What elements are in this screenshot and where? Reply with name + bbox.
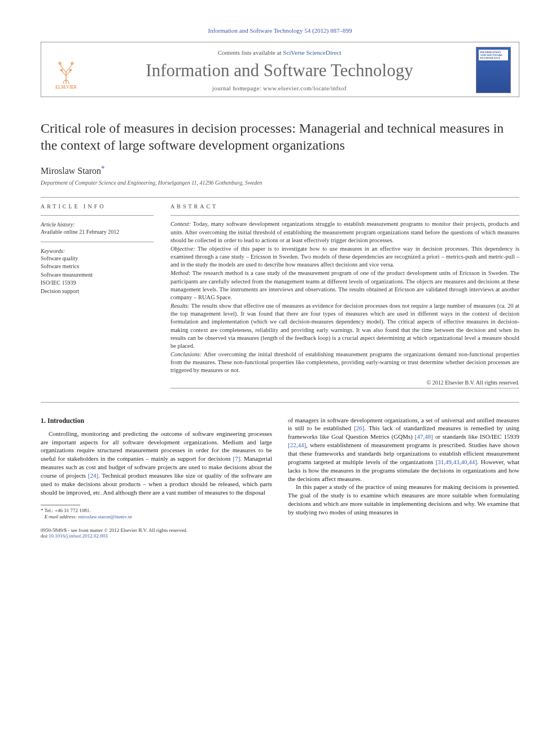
page: Information and Software Technology 54 (… [0,0,560,561]
author-line: Miroslaw Staron* [41,164,519,176]
reference-link[interactable]: [26] [354,425,364,431]
abstract-text: After overcoming the initial threshold o… [170,351,519,373]
keyword-item: Software quality [41,255,154,263]
doi-label: doi: [41,533,49,539]
body-text-span: or standards like ISO/IEC 15939 [433,433,519,440]
reference-link[interactable]: [47,48] [415,433,433,440]
article-title: Critical role of measures in decision pr… [41,120,519,154]
article-info-column: ARTICLE INFO Article history: Available … [41,203,154,388]
doi-line: doi:10.1016/j.infsof.2012.02.003 [41,533,519,539]
abstract-lead: Context: [170,221,191,227]
section-heading: 1. Introduction [41,416,272,425]
doi-link[interactable]: 10.1016/j.infsof.2012.02.003 [49,533,108,539]
email-footnote: E-mail address: miroslaw.staron@ituniv.s… [41,514,272,521]
abstract-copyright: © 2012 Elsevier B.V. All rights reserved… [170,379,519,386]
publisher-name: ELSEVIER [55,85,77,90]
author-name: Miroslaw Staron [41,166,101,176]
article-info-heading: ARTICLE INFO [41,203,154,209]
abstract-lead: Objective: [170,246,195,252]
body-para: Controlling, monitoring and predicting t… [41,430,272,497]
footnote-rule [41,505,80,505]
issn-line: 0950-5849/$ - see front matter © 2012 El… [41,527,519,533]
elsevier-logo: ELSEVIER [49,50,83,90]
homepage-line: journal homepage: www.elsevier.com/locat… [83,85,476,91]
contents-line: Contents lists available at SciVerse Sci… [83,49,476,56]
keyword-item: Decision support [41,287,154,295]
homepage-prefix: journal homepage: [212,85,263,91]
abstract-lead: Method: [170,270,191,276]
sciencedirect-link[interactable]: SciVerse ScienceDirect [283,49,341,56]
keyword-item: Software measurement [41,271,154,279]
email-link[interactable]: miroslaw.staron@ituniv.se [78,514,132,519]
abstract-text: Today, many software development organiz… [170,221,519,243]
abstract-para: Results: The results show that effective… [170,302,519,350]
keywords-title: Keywords: [41,248,154,254]
email-label: E-mail address: [45,514,78,519]
corresponding-mark-link[interactable]: * [101,164,105,172]
abstract-para: Objective: The objective of this paper i… [170,245,519,269]
reference-link[interactable]: [22,44] [288,442,306,448]
divider [41,197,519,198]
journal-cover-thumbnail: INFORMATION AND SOFTWARE TECHNOLOGY [476,47,511,93]
abstract-lead: Conclusions: [170,351,202,357]
keyword-item: Software metrics [41,263,154,270]
keyword-item: ISO/IEC 15939 [41,279,154,287]
history-title: Article history: [41,221,154,228]
body-para: In this paper a study of the practice of… [288,483,519,516]
abstract-text: The results show that effective use of m… [170,303,519,349]
abstract-lead: Results: [170,303,190,309]
abstract-para: Conclusions: After overcoming the initia… [170,351,519,375]
tel-label: Tel.: [45,508,55,513]
affiliation: Department of Computer Science and Engin… [41,180,519,186]
tel-value: +46 31 772 1081. [55,508,91,513]
body-para: of managers in software development orga… [288,416,519,483]
journal-title: Information and Software Technology [83,60,476,81]
reference-link[interactable]: [7] [233,455,240,462]
homepage-url: www.elsevier.com/locate/infsof [263,85,347,91]
corresponding-footnote: * Tel.: +46 31 772 1081. [41,508,272,514]
abstract-heading: ABSTRACT [170,203,519,209]
body-text: 1. Introduction Controlling, monitoring … [41,416,519,521]
abstract-text: The objective of this paper is to invest… [170,246,519,268]
abstract-para: Method: The research method is a case st… [170,269,519,302]
citation-header: Information and Software Technology 54 (… [41,27,519,34]
abstract-text: The research method is a case study of t… [170,270,519,300]
elsevier-tree-icon [53,59,79,85]
cover-label: INFORMATION AND SOFTWARE TECHNOLOGY [479,50,508,60]
abstract-para: Context: Today, many software developmen… [170,220,519,244]
history-text: Available online 21 February 2012 [41,228,154,236]
footnote-mark: * [41,508,43,513]
masthead: ELSEVIER Contents lists available at Sci… [41,42,519,97]
reference-link[interactable]: [24] [88,472,98,479]
reference-link[interactable]: [31,49,43,40,44] [436,458,477,465]
abstract-column: ABSTRACT Context: Today, many software d… [170,203,519,388]
contents-prefix: Contents lists available at [218,49,283,56]
